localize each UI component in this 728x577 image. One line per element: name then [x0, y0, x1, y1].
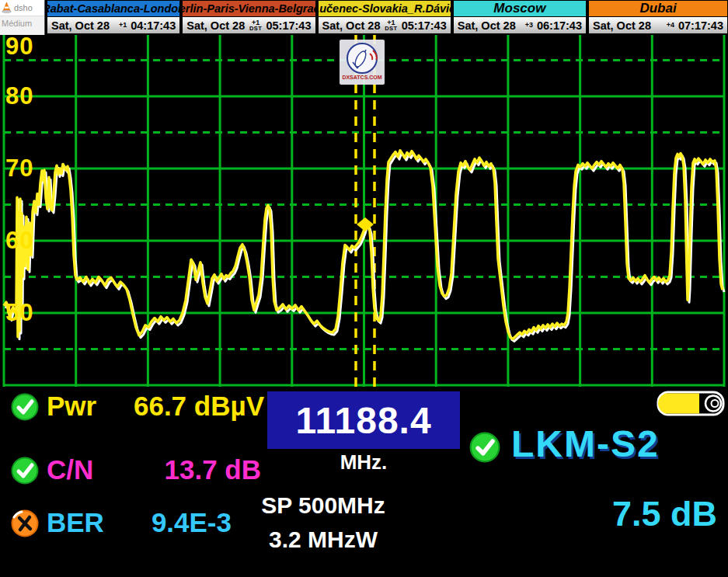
clock-utc-offset: +3 [525, 23, 533, 28]
clock-panel-rabat: Rabat-Casablanca-London Sat, Oct 28 +1 0… [47, 0, 180, 35]
clock-time-row: Sat, Oct 28 +1 DST 05:17:43 [318, 17, 451, 34]
clock-time-row: Sat, Oct 28 +4 07:17:43 [588, 17, 728, 34]
frequency-value: 11188.4 [295, 399, 431, 442]
spectrum-plot [0, 35, 728, 388]
span-setting: SP 500MHz [241, 492, 406, 519]
y-axis-tick-60: 60 [5, 229, 33, 252]
lock-ok-icon [469, 432, 500, 463]
clock-date: Sat, Oct 28 [322, 19, 381, 32]
clock-panel-lucenec: Lučenec-Slovakia_R.Dávid Sat, Oct 28 +1 … [318, 0, 451, 35]
vlc-titlebar: dsho [0, 0, 44, 16]
pwr-label: Pwr [47, 391, 96, 421]
clock-time-row: Sat, Oct 28 +1 04:17:43 [47, 17, 180, 34]
dxsatcs-logo-text: DXSATCS.COM [342, 75, 381, 80]
vlc-window-corner: dsho Médium [0, 0, 45, 35]
vlc-menu-item-media[interactable]: Médium [0, 16, 44, 28]
y-axis-tick-50: 50 [5, 301, 33, 325]
y-axis-tick-70: 70 [5, 157, 33, 180]
clock-time: 07:17:43 [678, 19, 723, 32]
clock-city-label: Berlin-Paris-Vienna-Belgrade [182, 0, 315, 17]
clock-time: 05:17:43 [402, 19, 447, 32]
clock-time: 06:17:43 [537, 19, 582, 32]
pwr-ok-icon [11, 393, 39, 421]
y-axis-tick-90: 90 [5, 35, 33, 58]
clock-utc-offset: +1 DST [249, 20, 263, 31]
ber-label: BER [47, 508, 104, 537]
ber-fail-icon [11, 509, 39, 537]
clock-utc-offset: +4 [667, 23, 674, 28]
spectrum-display: 90 80 70 60 50 DXSATCS.COM [0, 35, 728, 388]
bandwidth-setting: 3.2 MHzW [241, 527, 406, 553]
cn-value: 13.7 dB [109, 455, 261, 485]
clock-city-label: Moscow [453, 0, 587, 17]
cn-ok-icon [11, 457, 39, 485]
clock-panel-berlin: Berlin-Paris-Vienna-Belgrade Sat, Oct 28… [182, 0, 315, 35]
clock-date: Sat, Oct 28 [458, 19, 516, 32]
clock-time-row: Sat, Oct 28 +3 06:17:43 [453, 17, 587, 34]
clock-date: Sat, Oct 28 [593, 19, 651, 32]
clock-city-label: Lučenec-Slovakia_R.Dávid [318, 0, 451, 17]
battery-icon [657, 391, 725, 416]
world-clock-bar: dsho Médium Rabat-Casablanca-London Sat,… [0, 0, 728, 35]
clock-city-label: Dubai [588, 0, 728, 17]
clock-panel-moscow: Moscow Sat, Oct 28 +3 06:17:43 [453, 0, 587, 35]
ber-value: 9.4E-3 [109, 508, 232, 537]
clock-date: Sat, Oct 28 [51, 19, 110, 32]
pwr-value: 66.7 dBµV [109, 391, 264, 421]
clock-utc-offset: +1 [119, 23, 127, 28]
dxsatcs-logo-graphic: DXSATCS.COM [340, 40, 385, 85]
clock-panel-dubai: Dubai Sat, Oct 28 +4 07:17:43 [588, 0, 728, 35]
frequency-unit: MHz. [267, 450, 460, 474]
analyzer-screen: dsho Médium Rabat-Casablanca-London Sat,… [0, 0, 728, 577]
clock-time: 05:17:43 [266, 19, 311, 32]
clock-date: Sat, Oct 28 [186, 19, 245, 32]
frequency-display: 11188.4 [267, 391, 460, 449]
y-axis-tick-80: 80 [5, 85, 33, 108]
clock-time-row: Sat, Oct 28 +1 DST 05:17:43 [182, 17, 315, 34]
dxsatcs-logo: DXSATCS.COM [340, 40, 385, 85]
cn-label: C/N [47, 455, 93, 485]
standard-badge: LKM-S2 [511, 422, 660, 465]
clock-city-label: Rabat-Casablanca-London [47, 0, 180, 17]
readings-panel: Pwr 66.7 dBµV 11188.4 MHz. LKM-S2 C/N 13… [0, 388, 728, 577]
window-title-fragment: dsho [14, 3, 33, 12]
vlc-cone-icon [2, 2, 12, 13]
clock-utc-offset: +1 DST [385, 20, 398, 31]
link-margin-value: 7.5 dB [536, 494, 717, 534]
clock-time: 04:17:43 [131, 19, 176, 32]
